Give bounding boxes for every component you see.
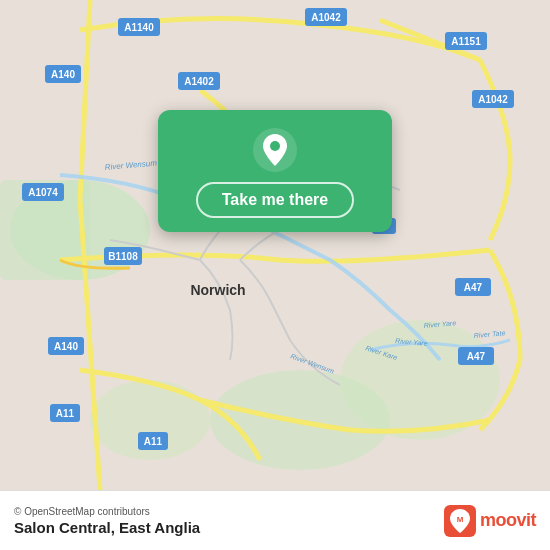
svg-text:A1140: A1140 [124,22,154,33]
svg-text:M: M [457,515,464,524]
svg-text:A1151: A1151 [451,36,481,47]
location-pin-icon [253,128,297,172]
map-container: A1140 A1042 A1151 A140 A1402 A1042 A1074… [0,0,550,490]
svg-text:A140: A140 [51,69,75,80]
svg-text:A140: A140 [54,341,78,352]
svg-text:A1074: A1074 [28,187,58,198]
svg-point-44 [270,141,280,151]
svg-text:A1042: A1042 [478,94,508,105]
info-bar: © OpenStreetMap contributors Salon Centr… [0,490,550,550]
popup-card: Take me there [158,110,392,232]
info-left: © OpenStreetMap contributors Salon Centr… [14,506,200,536]
svg-text:A47: A47 [464,282,483,293]
svg-text:A1402: A1402 [184,76,214,87]
svg-text:A11: A11 [56,408,75,419]
take-me-there-button[interactable]: Take me there [196,182,354,218]
svg-text:A11: A11 [144,436,163,447]
svg-text:B1108: B1108 [108,251,138,262]
moovit-logo: M moovit [444,505,536,537]
moovit-label: moovit [480,510,536,531]
svg-text:Norwich: Norwich [190,282,245,298]
place-name: Salon Central, East Anglia [14,519,200,536]
map-attribution: © OpenStreetMap contributors [14,506,200,517]
svg-text:A47: A47 [467,351,486,362]
moovit-icon: M [444,505,476,537]
svg-text:A1042: A1042 [311,12,341,23]
